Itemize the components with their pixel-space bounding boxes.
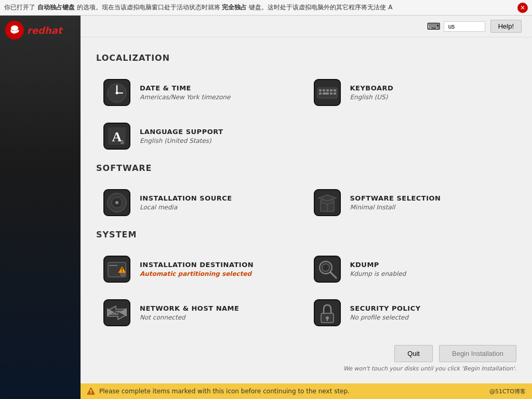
software-selection-title: SOFTWARE SELECTION [350,194,441,202]
installation-source-text: INSTALLATION SOURCE Local media [140,194,232,211]
topbar-message: 你已打开了 自动独占键盘 的选项。现在当该虚拟电脑窗口处于活动状态时就将 完全独… [4,3,515,12]
tile-software-selection[interactable]: SOFTWARE SELECTION Minimal Install [307,181,517,224]
svg-rect-13 [319,92,322,95]
date-time-subtitle: Americas/New York timezone [140,94,230,101]
tile-keyboard[interactable]: KEYBOARD English (US) [307,71,517,114]
section-localization-header: LOCALIZATION [96,53,516,63]
installation-source-title: INSTALLATION SOURCE [140,194,232,202]
action-area: Quit Begin Installation We won't touch y… [96,345,516,372]
redhat-icon [5,21,24,39]
installation-destination-icon: ! [101,254,132,285]
svg-point-37 [322,264,329,271]
header-bar: ⌨ Help! [81,16,532,37]
svg-text:!: ! [90,389,92,394]
date-time-icon [101,77,132,108]
svg-rect-12 [334,89,336,91]
security-policy-subtitle: No profile selected [350,314,421,321]
date-time-text: DATE & TIME Americas/New York timezone [140,84,230,101]
redhat-logo: redhat [0,16,81,45]
tile-installation-source[interactable]: INSTALLATION SOURCE Local media [96,181,307,224]
software-selection-text: SOFTWARE SELECTION Minimal Install [350,194,441,211]
security-policy-text: SECURITY POLICY No profile selected [350,304,421,321]
svg-rect-9 [323,89,325,91]
help-button[interactable]: Help! [490,20,522,33]
tile-kdump[interactable]: KDUMP Kdump is enabled [307,247,517,291]
section-system-header: SYSTEM [96,230,516,240]
svg-text:a: a [121,138,124,145]
language-input[interactable] [444,21,485,32]
topbar-close-button[interactable]: ✕ [517,3,528,13]
svg-rect-8 [319,89,322,91]
language-support-subtitle: English (United States) [140,137,223,144]
keyboard-title: KEYBOARD [350,84,394,92]
installation-destination-text: INSTALLATION DESTINATION Automatic parti… [140,261,254,277]
watermark-text: @51CTO博客 [489,388,526,395]
bottom-notification-message: Please complete items marked with this i… [99,388,350,395]
keyboard-lang-selector: ⌨ [427,21,485,32]
sidebar: redhat [0,16,81,399]
tile-language-support[interactable]: A a LANGUAGE SUPPORT English (United Sta… [96,114,307,158]
tile-installation-destination[interactable]: ! INSTALLATION DESTINATION Automatic par… [96,247,307,291]
svg-rect-15 [330,92,332,95]
warning-triangle-icon: ! [87,387,95,395]
svg-text:!: ! [121,268,123,273]
keyboard-tile-icon [312,77,343,108]
software-selection-subtitle: Minimal Install [350,204,441,211]
action-buttons: Quit Begin Installation [394,345,516,362]
bottom-notification-bar: ! Please complete items marked with this… [81,383,532,399]
language-support-title: LANGUAGE SUPPORT [140,128,223,136]
kdump-title: KDUMP [350,261,406,269]
localization-grid: DATE & TIME Americas/New York timezone [96,71,516,158]
tile-date-time[interactable]: DATE & TIME Americas/New York timezone [96,71,307,114]
network-hostname-subtitle: Not connected [140,314,239,321]
quit-button[interactable]: Quit [394,345,433,362]
top-notification-bar: 你已打开了 自动独占键盘 的选项。现在当该虚拟电脑窗口处于活动状态时就将 完全独… [0,0,532,16]
disk-warning-text: We won't touch your disks until you clic… [343,365,516,372]
svg-point-0 [11,25,18,31]
svg-rect-14 [323,92,329,95]
software-grid: INSTALLATION SOURCE Local media [96,181,516,224]
language-support-text: LANGUAGE SUPPORT English (United States) [140,128,223,144]
software-selection-icon [312,187,343,218]
network-hostname-text: NETWORK & HOST NAME Not connected [140,304,239,321]
main-content: ⌨ Help! LOCALIZATION [81,16,532,399]
tile-security-policy[interactable]: SECURITY POLICY No profile selected [307,291,517,335]
redhat-text: redhat [27,25,62,36]
content-area: LOCALIZATION DATE & TIME Americas/New Yo… [81,37,532,382]
keyboard-subtitle: English (US) [350,94,394,101]
empty-slot-localization [307,114,517,158]
svg-rect-11 [330,89,332,91]
tile-network-hostname[interactable]: NETWORK & HOST NAME Not connected [96,291,307,335]
begin-installation-button[interactable]: Begin Installation [439,345,516,362]
installation-source-subtitle: Local media [140,204,232,211]
network-hostname-title: NETWORK & HOST NAME [140,304,239,312]
installation-destination-title: INSTALLATION DESTINATION [140,261,254,269]
kdump-subtitle: Kdump is enabled [350,270,406,277]
keyboard-icon: ⌨ [427,21,441,32]
svg-point-5 [116,92,118,95]
svg-rect-16 [334,92,336,95]
installation-destination-subtitle: Automatic partitioning selected [140,270,254,277]
svg-point-24 [115,201,118,204]
section-software-header: SOFTWARE [96,163,516,173]
installation-source-icon [101,187,132,218]
date-time-title: DATE & TIME [140,84,230,92]
kdump-text: KDUMP Kdump is enabled [350,261,406,277]
security-policy-icon [312,297,343,328]
security-policy-title: SECURITY POLICY [350,304,421,312]
system-grid: ! INSTALLATION DESTINATION Automatic par… [96,247,516,335]
network-hostname-icon [101,297,132,328]
language-support-icon: A a [101,121,132,152]
keyboard-text: KEYBOARD English (US) [350,84,394,101]
svg-rect-10 [326,89,329,91]
kdump-icon [312,254,343,285]
